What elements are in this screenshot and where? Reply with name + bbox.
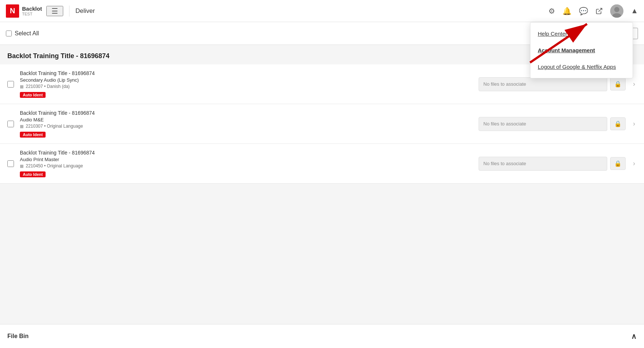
calendar-icon: ▦ [20, 164, 24, 168]
dropdown-item-logout[interactable]: Logout of Google & Netflix Apps [530, 58, 633, 75]
user-menu-chevron[interactable]: ▲ [631, 7, 638, 15]
external-link-button[interactable] [595, 7, 603, 15]
item-3-meta: ▦ 2210450 • Original Language [20, 163, 473, 168]
item-1-meta-text: 2210307 • Danish (da) [26, 84, 70, 89]
settings-button[interactable]: ⚙ [548, 7, 555, 15]
item-3-file-placeholder: No files to associate [483, 161, 526, 166]
select-all-text: Select All [15, 30, 39, 37]
header-divider [69, 6, 69, 17]
item-2-file-area: No files to associate 🔒 [479, 117, 626, 131]
dropdown-item-account[interactable]: Account Management [530, 42, 633, 58]
item-1-file-area: No files to associate 🔒 [479, 77, 626, 91]
notifications-button[interactable]: 🔔 [562, 7, 572, 15]
item-1-checkbox[interactable] [7, 81, 14, 88]
avatar[interactable] [610, 4, 623, 18]
svg-line-0 [599, 8, 602, 11]
item-3-file-input[interactable]: No files to associate [479, 157, 607, 171]
item-3-file-area: No files to associate 🔒 [479, 157, 626, 171]
item-2-badge: Auto Ident [20, 132, 46, 138]
item-2-file-placeholder: No files to associate [483, 121, 526, 127]
header-icons: ⚙ 🔔 💬 ▲ [548, 4, 638, 18]
item-1-meta: ▦ 2210307 • Danish (da) [20, 84, 473, 89]
item-3-title: Backlot Training Title - 81696874 [20, 150, 473, 156]
item-3-info: Backlot Training Title - 81696874 Audio … [20, 150, 473, 177]
item-3-subtitle: Audio Print Master [20, 157, 473, 162]
menu-icon[interactable]: ☰ [46, 6, 63, 16]
item-2-info: Backlot Training Title - 81696874 Audio … [20, 110, 473, 138]
item-2-checkbox[interactable] [7, 121, 14, 127]
item-1-subtitle: Secondary Audio (Lip Sync) [20, 77, 473, 83]
item-1-badge: Auto Ident [20, 92, 46, 98]
lock-icon: 🔒 [610, 157, 626, 170]
item-2-chevron[interactable]: › [632, 118, 637, 129]
dropdown-item-help[interactable]: Help Center [530, 25, 633, 42]
item-1-chevron[interactable]: › [632, 79, 637, 89]
section-title: Deliver [75, 7, 95, 15]
item-2-meta-text: 2210307 • Original Language [26, 124, 83, 129]
netflix-logo: N [6, 4, 19, 18]
item-2-meta: ▦ 2210307 • Original Language [20, 124, 473, 129]
items-list: Backlot Training Title - 81696874 Second… [0, 64, 644, 184]
list-item: Backlot Training Title - 81696874 Audio … [0, 144, 644, 184]
item-1-info: Backlot Training Title - 81696874 Second… [20, 70, 473, 98]
item-2-title: Backlot Training Title - 81696874 [20, 110, 473, 116]
item-3-meta-text: 2210450 • Original Language [26, 163, 83, 168]
section-title-text: Backlot Training Title - 81696874 [7, 52, 110, 60]
item-2-subtitle: Audio M&E [20, 117, 473, 122]
item-1-file-input[interactable]: No files to associate [479, 77, 607, 91]
select-all-checkbox[interactable] [6, 31, 12, 36]
item-3-chevron[interactable]: › [632, 158, 637, 169]
svg-point-2 [614, 7, 619, 12]
lock-icon: 🔒 [610, 117, 626, 130]
item-2-file-input[interactable]: No files to associate [479, 117, 607, 131]
item-1-title: Backlot Training Title - 81696874 [20, 70, 473, 76]
dropdown-menu: Help Center Account Management Logout of… [530, 22, 633, 78]
app-name: Backlot [22, 6, 42, 12]
calendar-icon: ▦ [20, 124, 24, 129]
app-sub: TEST [22, 12, 42, 16]
list-item: Backlot Training Title - 81696874 Audio … [0, 104, 644, 144]
item-3-badge: Auto Ident [20, 171, 46, 177]
app-name-block: Backlot TEST [22, 6, 42, 16]
chat-button[interactable]: 💬 [579, 7, 588, 15]
item-3-checkbox[interactable] [7, 160, 14, 167]
calendar-icon: ▦ [20, 84, 24, 89]
select-all-label[interactable]: Select All [6, 30, 39, 37]
item-1-file-placeholder: No files to associate [483, 81, 526, 87]
app-header: N Backlot TEST ☰ Deliver ⚙ 🔔 💬 ▲ [0, 0, 644, 22]
lock-icon: 🔒 [610, 78, 626, 90]
app-logo: N Backlot TEST [6, 4, 42, 18]
